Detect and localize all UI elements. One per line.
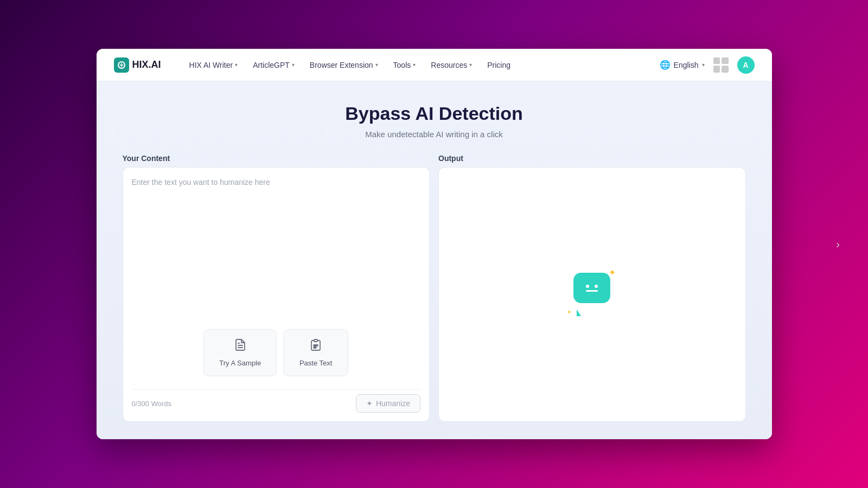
chevron-down-icon: ▾ (375, 62, 378, 68)
language-selector[interactable]: 🌐 English ▾ (660, 60, 705, 70)
svg-rect-4 (314, 339, 317, 342)
svg-rect-6 (314, 347, 316, 348)
globe-icon: 🌐 (660, 60, 671, 70)
speech-tail (577, 310, 581, 316)
bot-eye-left (586, 285, 589, 288)
columns-layout: Your Content (123, 154, 746, 422)
bot-mouth (586, 290, 598, 292)
browser-window: HIX.AI HIX AI Writer ▾ ArticleGPT ▾ Brow… (97, 49, 772, 439)
nav-item-resources[interactable]: Resources ▾ (424, 57, 478, 73)
navbar: HIX.AI HIX AI Writer ▾ ArticleGPT ▾ Brow… (97, 49, 772, 81)
left-column-label: Your Content (123, 154, 430, 163)
content-input[interactable] (132, 176, 421, 320)
logo[interactable]: HIX.AI (114, 57, 161, 73)
humanize-button[interactable]: ✦ Humanize (356, 394, 420, 413)
nav-item-tools[interactable]: Tools ▾ (387, 57, 423, 73)
nav-item-pricing[interactable]: Pricing (481, 57, 517, 73)
chevron-down-icon: ▾ (702, 62, 705, 68)
word-count: 0/300 Words (132, 400, 171, 408)
right-column-label: Output (438, 154, 746, 163)
svg-rect-5 (314, 345, 318, 346)
nav-right: 🌐 English ▾ A (660, 56, 755, 74)
bot-eye-right (595, 285, 598, 288)
avatar[interactable]: A (737, 56, 755, 74)
action-buttons: Try A Sample Paste T (132, 329, 421, 376)
page-title: Bypass AI Detection (345, 103, 523, 124)
try-sample-label: Try A Sample (219, 359, 261, 367)
chevron-down-icon: ▾ (469, 62, 472, 68)
document-icon (234, 338, 247, 355)
clipboard-icon (309, 338, 322, 355)
chevron-down-icon: ▾ (413, 62, 416, 68)
nav-links: HIX AI Writer ▾ ArticleGPT ▾ Browser Ext… (183, 57, 660, 73)
nav-item-browser-extension[interactable]: Browser Extension ▾ (303, 57, 385, 73)
bot-eyes (586, 285, 598, 288)
bot-mascot: ✦ ✦ (570, 273, 614, 316)
left-column: Your Content (123, 154, 430, 422)
main-content: Bypass AI Detection Make undetectable AI… (97, 81, 772, 439)
chevron-down-icon: ▾ (292, 62, 295, 68)
logo-icon (114, 57, 129, 73)
output-panel: ✦ ✦ (438, 167, 746, 422)
paste-text-label: Paste Text (299, 359, 332, 367)
panel-footer: 0/300 Words ✦ Humanize (132, 389, 421, 413)
nav-item-hix-ai-writer[interactable]: HIX AI Writer ▾ (183, 57, 245, 73)
right-column: Output (438, 154, 746, 422)
nav-item-articlegpt[interactable]: ArticleGPT ▾ (246, 57, 301, 73)
sparkle-icon: ✦ (366, 399, 373, 408)
paste-text-button[interactable]: Paste Text (283, 329, 348, 376)
logo-text: HIX.AI (132, 59, 161, 70)
input-panel: Try A Sample Paste T (123, 167, 430, 422)
page-subtitle: Make undetectable AI writing in a click (365, 130, 502, 139)
chevron-down-icon: ▾ (235, 62, 238, 68)
bot-body (573, 273, 610, 303)
sparkle-icon-2: ✦ (567, 309, 571, 315)
grid-icon[interactable] (713, 57, 729, 73)
humanize-label: Humanize (376, 399, 410, 408)
try-sample-button[interactable]: Try A Sample (203, 329, 277, 376)
scroll-arrow[interactable]: › (836, 238, 840, 251)
sparkle-icon-1: ✦ (609, 267, 616, 278)
